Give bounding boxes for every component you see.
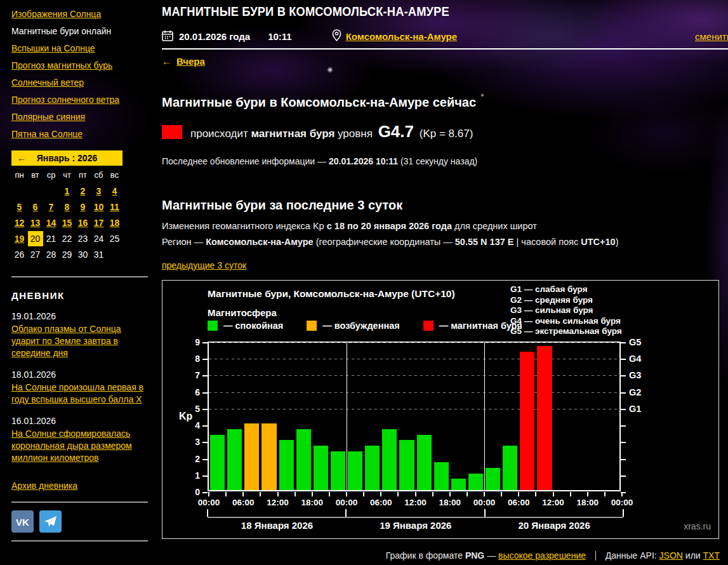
calendar-cell: 30 (75, 246, 91, 262)
calendar-day: 22 (62, 234, 72, 244)
sidebar-item-4[interactable]: Солнечный ветер (11, 77, 84, 88)
calendar-weekday: ср (43, 168, 59, 183)
txt-link[interactable]: TXT (703, 550, 720, 561)
y-tick-left (202, 459, 208, 460)
calendar-day-link[interactable]: 6 (33, 202, 38, 212)
sidebar-item-2[interactable]: Вспышки на Солнце (11, 43, 95, 53)
y-tick-left (202, 392, 208, 394)
calendar-cell: 14 (43, 215, 59, 230)
calendar-day-link[interactable]: 5 (17, 202, 22, 212)
x-tick (260, 492, 261, 496)
calendar-cell: 3 (91, 183, 107, 199)
sidebar: Изображения СолнцаМагнитные бури онлайнВ… (0, 0, 159, 542)
sidebar-item-7[interactable]: Пятна на Солнце (11, 129, 83, 139)
day-label: 18 Января 2026 (208, 520, 347, 531)
sidebar-item-3[interactable]: Прогноз магнитных бурь (11, 60, 112, 70)
calendar-day-link[interactable]: 17 (94, 218, 104, 228)
x-axis-label: 18:00 (576, 498, 599, 507)
sidebar-nav-row: Полярные сияния (11, 108, 159, 125)
day-band-line (208, 517, 623, 518)
sidebar-item-6[interactable]: Полярные сияния (11, 112, 85, 122)
sidebar-item-0[interactable]: Изображения Солнца (11, 9, 101, 19)
calendar-day-link[interactable]: 9 (81, 202, 86, 212)
calendar-prev-arrow[interactable]: ← (17, 153, 26, 163)
diary-entry: 18.01.2026На Солнце произошла первая в г… (11, 369, 146, 406)
high-resolution-link[interactable]: высокое разрешение (498, 550, 586, 561)
sidebar-nav-row: Вспышки на Солнце (11, 39, 159, 56)
day-label: 20 Января 2026 (485, 520, 624, 531)
x-tick (277, 492, 279, 496)
calendar-grid: 1234567891011121314151617181920212223242… (11, 183, 122, 262)
y-axis-label: 9 (183, 337, 200, 347)
x-axis-label: 12:00 (267, 498, 289, 507)
kp-bar (348, 451, 362, 490)
previous-3-days-link[interactable]: предыдущие 3 суток (162, 260, 246, 270)
x-tick (621, 492, 623, 496)
g-axis-label: G2 (629, 387, 641, 397)
json-link[interactable]: JSON (659, 550, 683, 561)
sidebar-nav-row: Изображения Солнца (11, 5, 159, 22)
diary-entry-link[interactable]: На Солнце произошла первая в году вспышк… (11, 382, 146, 406)
y-tick-right (621, 375, 626, 376)
calendar-day-selected: 20 (28, 231, 43, 246)
calendar-day-link[interactable]: 13 (30, 218, 41, 228)
calendar-day-link[interactable]: 18 (110, 218, 120, 228)
current-time: 10:11 (268, 31, 292, 42)
telegram-icon[interactable] (39, 510, 62, 533)
y-tick-right (621, 442, 626, 443)
calendar-cell: 24 (91, 230, 107, 246)
kp-bar (503, 446, 517, 490)
day-band-tick (207, 509, 208, 517)
sidebar-nav-row: Пятна на Солнце (11, 125, 159, 142)
diary-archive-link[interactable]: Архив дневника (11, 481, 77, 491)
kp-bar (520, 352, 534, 490)
diary-entry: 19.01.2026Облако плазмы от Солнца ударит… (11, 311, 146, 359)
calendar-cell: 26 (11, 246, 27, 262)
calendar-day-link[interactable]: 8 (65, 202, 70, 212)
status-row: происходит магнитная буря уровня G4.7 (K… (162, 122, 728, 142)
y-axis-label: 2 (183, 454, 200, 464)
kp-description-line: Изменения геомагнитного индекса Kp с 18 … (162, 221, 728, 231)
sidebar-item-5[interactable]: Прогноз солнечного ветра (11, 95, 119, 105)
vk-icon[interactable]: VK (11, 510, 34, 533)
y-tick-right (621, 425, 626, 427)
main-content: МАГНИТНЫЕ БУРИ В КОМСОМОЛЬСК-НА-АМУРЕ 20… (159, 0, 728, 561)
calendar-day: 27 (30, 249, 41, 260)
calendar-day-link[interactable]: 11 (110, 202, 119, 212)
calendar-day-link[interactable]: 14 (46, 218, 56, 228)
calendar-cell: 12 (11, 215, 27, 230)
calendar-day-link[interactable]: 1 (65, 186, 70, 196)
diary-entry-link[interactable]: Облако плазмы от Солнца ударит по Земле … (11, 323, 146, 359)
calendar-day-link[interactable]: 16 (78, 218, 88, 228)
calendar-day-link[interactable]: 12 (15, 218, 25, 228)
calendar-cell: 4 (107, 183, 122, 199)
gridline (209, 342, 619, 343)
y-axis-label: 7 (183, 370, 200, 380)
x-tick (432, 492, 433, 496)
kp-bar-chart: Магнитные бури, Комсомольск-на-Амуре (UT… (162, 280, 719, 539)
x-axis-label: 12:00 (542, 498, 564, 507)
y-tick-left (202, 375, 208, 376)
calendar-day-link[interactable]: 10 (94, 202, 104, 212)
y-tick-left (202, 475, 208, 477)
calendar-day-link[interactable]: 3 (96, 186, 102, 196)
diary-entry-link[interactable]: На Солнце сформировалась корональная дыр… (11, 428, 146, 464)
calendar-day-link[interactable]: 19 (15, 234, 25, 244)
yesterday-link[interactable]: Вчера (176, 56, 205, 67)
calendar-cell: 27 (27, 246, 43, 262)
calendar-day-link[interactable]: 4 (112, 186, 117, 196)
chart-legend: — спокойная— возбужденная— магнитная бур… (208, 321, 546, 331)
g-scale-line: G4 — очень сильная буря (510, 316, 622, 327)
calendar-cell: 15 (59, 215, 75, 230)
calendar-cell: 6 (27, 199, 43, 215)
calendar-cell: 13 (27, 215, 43, 230)
location-link[interactable]: Комсомольск-на-Амуре (346, 31, 457, 42)
change-region-link[interactable]: сменить регион (695, 31, 728, 42)
calendar-day-link[interactable]: 15 (62, 218, 72, 228)
g-scale-line: G1 — слабая буря (510, 284, 622, 295)
calendar-day: 28 (46, 249, 56, 260)
calendar-day-link[interactable]: 7 (49, 202, 54, 212)
calendar-day: 30 (78, 249, 88, 260)
calendar-day-link[interactable]: 2 (81, 186, 86, 196)
calendar-week-row: 19202122232425 (11, 230, 122, 246)
